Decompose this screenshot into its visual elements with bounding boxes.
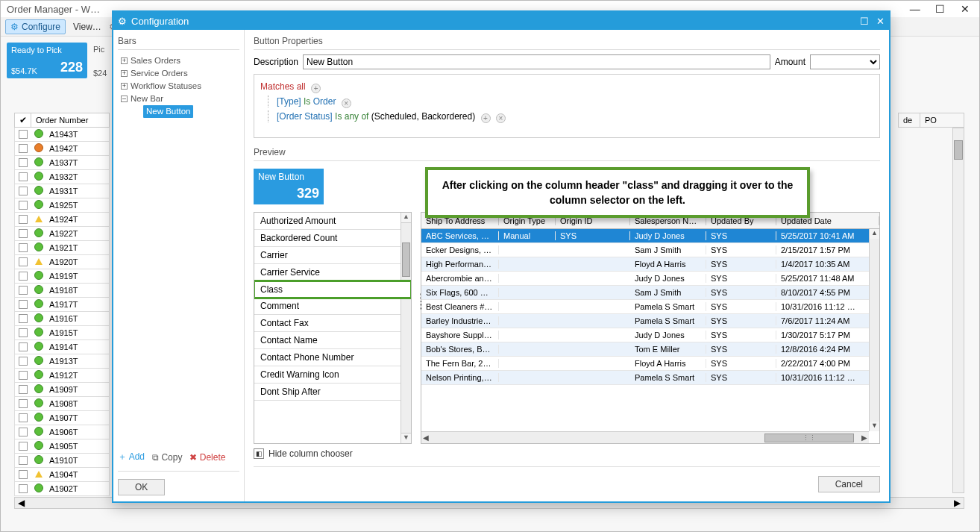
row-checkbox[interactable] bbox=[19, 158, 28, 167]
remove-rule-icon[interactable]: × bbox=[342, 98, 351, 108]
table-row[interactable]: Bob's Stores, B…Tom E MillerSYS12/8/2016… bbox=[421, 342, 879, 357]
table-row[interactable]: High Performan…Floyd A HarrisSYS1/4/2017… bbox=[421, 257, 879, 272]
table-row[interactable]: A1913T bbox=[14, 354, 110, 369]
table-row[interactable]: A1925T bbox=[14, 198, 110, 213]
preview-hscroll[interactable]: ◀ ⋮⋮ ▶ bbox=[421, 431, 869, 443]
table-row[interactable]: A1902T bbox=[14, 482, 110, 496]
table-row[interactable]: Bayshore Suppl…Judy D JonesSYS1/30/2017 … bbox=[421, 328, 879, 342]
table-row[interactable]: A1912T bbox=[14, 369, 110, 383]
col-de[interactable]: de bbox=[898, 113, 920, 128]
chooser-vscroll[interactable]: ▲ ▼ bbox=[401, 213, 411, 443]
tree-node-sales-orders[interactable]: + Sales Orders bbox=[118, 54, 239, 67]
table-row[interactable]: A1905T bbox=[14, 439, 110, 454]
configure-button[interactable]: ⚙ Configure bbox=[5, 19, 66, 34]
expand-icon[interactable]: + bbox=[121, 83, 128, 90]
rule-type[interactable]: [Type] Is Order × bbox=[260, 94, 873, 109]
scroll-thumb[interactable] bbox=[402, 242, 410, 277]
close-icon[interactable]: ✕ bbox=[954, 2, 976, 16]
table-row[interactable]: Six Flags, 600 S…Sam J SmithSYS8/10/2017… bbox=[421, 286, 879, 300]
scroll-thumb[interactable] bbox=[954, 140, 963, 160]
cancel-button[interactable]: Cancel bbox=[818, 476, 880, 492]
table-row[interactable]: A1906T bbox=[14, 425, 110, 439]
row-checkbox[interactable] bbox=[19, 286, 28, 295]
dialog-close-icon[interactable]: ✕ bbox=[876, 16, 885, 27]
expand-icon[interactable]: + bbox=[121, 70, 128, 77]
row-checkbox[interactable] bbox=[19, 484, 28, 493]
table-row[interactable]: The Fern Bar, 2…Floyd A HarrisSYS2/22/20… bbox=[421, 357, 879, 371]
col-po[interactable]: PO bbox=[920, 113, 964, 128]
row-checkbox[interactable] bbox=[19, 413, 28, 422]
table-row[interactable]: A1922T bbox=[14, 227, 110, 241]
description-input[interactable] bbox=[303, 54, 770, 69]
col-order-number[interactable]: Order Number bbox=[31, 116, 88, 125]
table-row[interactable]: A1914T bbox=[14, 340, 110, 354]
row-checkbox[interactable] bbox=[19, 130, 28, 139]
add-rule-icon[interactable]: + bbox=[481, 113, 491, 123]
row-checkbox[interactable] bbox=[19, 328, 28, 337]
row-checkbox[interactable] bbox=[19, 428, 28, 436]
table-row[interactable]: Barley Industrie…Pamela S SmartSYS7/6/20… bbox=[421, 314, 879, 328]
row-checkbox[interactable] bbox=[19, 187, 28, 195]
row-checkbox[interactable] bbox=[19, 385, 28, 394]
scroll-left-icon[interactable]: ◀ bbox=[423, 434, 429, 442]
table-row[interactable]: A1917T bbox=[14, 298, 110, 312]
table-row[interactable]: A1908T bbox=[14, 397, 110, 411]
copy-button[interactable]: ⧉ Copy bbox=[152, 452, 182, 463]
scroll-thumb[interactable]: ⋮⋮ bbox=[764, 434, 854, 442]
row-checkbox[interactable] bbox=[19, 243, 28, 252]
row-checkbox[interactable] bbox=[19, 456, 28, 465]
table-row[interactable]: A1921T bbox=[14, 241, 110, 255]
column-chooser-item[interactable]: Contact Fax bbox=[254, 315, 411, 332]
tree-node-new-button[interactable]: New Button bbox=[118, 105, 239, 118]
row-checkbox[interactable] bbox=[19, 144, 28, 153]
row-checkbox[interactable] bbox=[19, 300, 28, 309]
collapse-icon[interactable]: – bbox=[121, 96, 128, 102]
rule-matches[interactable]: Matches all + bbox=[260, 79, 873, 94]
expand-icon[interactable]: + bbox=[121, 57, 128, 64]
scroll-down-icon[interactable]: ▼ bbox=[401, 433, 411, 443]
bars-tree[interactable]: + Sales Orders + Service Orders + Workfl… bbox=[118, 54, 239, 446]
table-row[interactable]: A1937T bbox=[14, 156, 110, 170]
row-checkbox[interactable] bbox=[19, 342, 28, 351]
ready-to-pick-card[interactable]: Ready to Pick $54.7K 228 bbox=[7, 43, 87, 78]
minimize-icon[interactable]: — bbox=[904, 2, 926, 16]
maximize-icon[interactable]: ☐ bbox=[929, 2, 951, 16]
table-row[interactable]: A1919T bbox=[14, 269, 110, 284]
column-chooser-item[interactable]: Backordered Count bbox=[254, 230, 411, 247]
scroll-up-icon[interactable]: ▲ bbox=[401, 213, 411, 223]
tree-node-workflow-statuses[interactable]: + Workflow Statuses bbox=[118, 80, 239, 93]
scroll-down-icon[interactable]: ▼ bbox=[870, 422, 879, 431]
add-rule-icon[interactable]: + bbox=[311, 84, 321, 93]
table-row[interactable]: A1915T bbox=[14, 326, 110, 340]
table-row[interactable]: A1924T bbox=[14, 213, 110, 227]
ok-button[interactable]: OK bbox=[118, 479, 165, 495]
row-checkbox[interactable] bbox=[19, 470, 28, 479]
orders-vscroll[interactable] bbox=[952, 128, 964, 493]
table-row[interactable]: ABC Services, F…ManualSYSJudy D JonesSYS… bbox=[421, 229, 879, 243]
delete-button[interactable]: ✖ Delete bbox=[189, 452, 225, 463]
row-checkbox[interactable] bbox=[19, 399, 28, 408]
table-row[interactable]: A1932T bbox=[14, 170, 110, 184]
column-chooser-item[interactable]: Credit Warning Icon bbox=[254, 366, 411, 384]
tree-node-service-orders[interactable]: + Service Orders bbox=[118, 67, 239, 80]
table-row[interactable]: A1904T bbox=[14, 468, 110, 482]
row-checkbox[interactable] bbox=[19, 229, 28, 238]
column-chooser-item[interactable]: Class bbox=[254, 280, 411, 299]
table-row[interactable]: Best Cleaners #…Pamela S SmartSYS10/31/2… bbox=[421, 300, 879, 314]
row-checkbox[interactable] bbox=[19, 257, 28, 266]
row-checkbox[interactable] bbox=[19, 215, 28, 224]
row-checkbox[interactable] bbox=[19, 272, 28, 281]
hide-column-chooser[interactable]: ◧ Hide column chooser bbox=[254, 448, 880, 459]
row-checkbox[interactable] bbox=[19, 371, 28, 380]
table-row[interactable]: A1920T bbox=[14, 255, 110, 269]
column-chooser[interactable]: Authorized AmountBackordered CountCarrie… bbox=[254, 212, 412, 444]
table-row[interactable]: Ecker Designs, …Sam J SmithSYS2/15/2017 … bbox=[421, 243, 879, 257]
preview-vscroll[interactable]: ▲ ▼ bbox=[869, 229, 879, 431]
amount-select[interactable] bbox=[810, 54, 880, 69]
column-chooser-item[interactable]: Contact Phone Number bbox=[254, 349, 411, 366]
table-row[interactable]: A1931T bbox=[14, 184, 110, 198]
tree-node-new-bar[interactable]: – New Bar bbox=[118, 93, 239, 105]
row-checkbox[interactable] bbox=[19, 172, 28, 181]
table-row[interactable]: Nelson Printing,…Pamela S SmartSYS10/31/… bbox=[421, 371, 879, 385]
row-checkbox[interactable] bbox=[19, 201, 28, 210]
